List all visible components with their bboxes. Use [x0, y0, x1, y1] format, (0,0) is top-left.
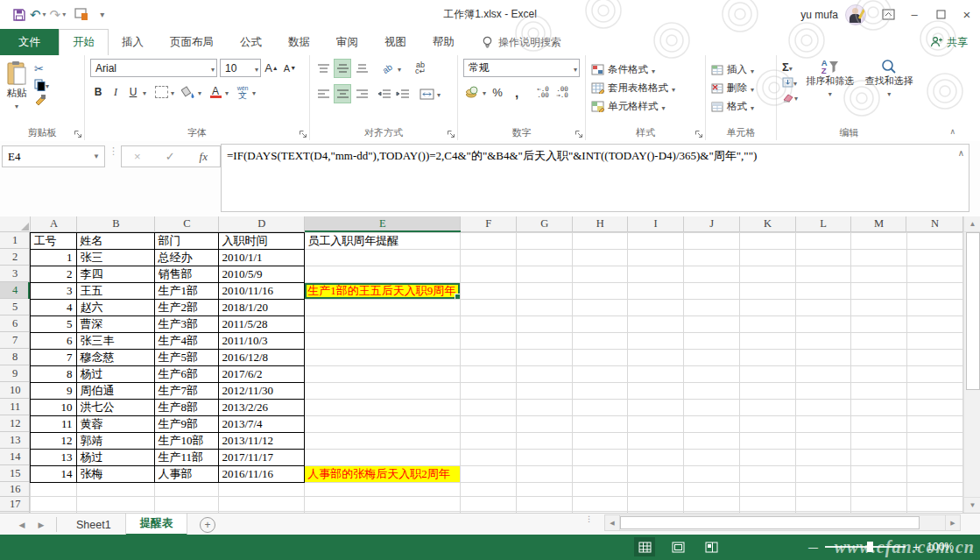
cell-D7[interactable]: 2011/10/3 — [219, 332, 305, 349]
cell-J9[interactable] — [684, 365, 740, 382]
fill-icon[interactable] — [782, 76, 798, 89]
cell-B14[interactable]: 杨过 — [77, 449, 155, 465]
cell-A16[interactable] — [31, 482, 77, 497]
cell-G15[interactable] — [517, 465, 573, 482]
cell-B11[interactable]: 洪七公 — [77, 399, 155, 415]
cell-A2[interactable]: 1 — [31, 249, 77, 266]
cell-E14[interactable] — [305, 449, 461, 465]
increase-indent-icon[interactable] — [395, 85, 411, 103]
align-center-icon[interactable] — [334, 84, 351, 103]
vertical-scroll-thumb[interactable] — [966, 232, 980, 390]
underline-button[interactable]: U — [125, 83, 141, 101]
orientation-dropdown[interactable] — [398, 62, 401, 74]
decrease-decimal-icon[interactable]: .00→.0 — [554, 83, 570, 101]
cell-L2[interactable] — [796, 249, 851, 266]
cell-J5[interactable] — [684, 299, 740, 315]
cell-F4[interactable] — [461, 282, 517, 299]
cell-H17[interactable] — [573, 497, 628, 512]
cell-D5[interactable]: 2018/1/20 — [219, 299, 305, 315]
cell-E8[interactable] — [305, 349, 461, 365]
cell-G6[interactable] — [517, 315, 573, 332]
cell-F16[interactable] — [461, 482, 517, 497]
scroll-up-icon[interactable]: ▲ — [964, 216, 980, 232]
cell-D4[interactable]: 2010/11/16 — [219, 282, 305, 299]
cell-K4[interactable] — [740, 282, 796, 299]
cell-E16[interactable] — [305, 482, 461, 497]
maximize-button[interactable] — [927, 0, 954, 29]
cell-L1[interactable] — [796, 232, 851, 249]
row-header-17[interactable]: 17 — [0, 497, 31, 512]
cell-L6[interactable] — [796, 315, 851, 332]
tab-scrollbar-splitter[interactable]: ⋮ — [585, 517, 593, 521]
cell-K17[interactable] — [740, 497, 796, 512]
cell-C16[interactable] — [155, 482, 219, 497]
cell-C13[interactable]: 生产10部 — [155, 432, 219, 449]
column-header-A[interactable]: A — [31, 216, 77, 232]
cell-J3[interactable] — [684, 266, 740, 282]
cell-A11[interactable]: 10 — [31, 399, 77, 415]
cell-styles-button[interactable]: 单元格样式 — [591, 97, 700, 116]
number-dialog-launcher-icon[interactable] — [575, 130, 583, 138]
cell-M12[interactable] — [851, 415, 907, 432]
cell-D16[interactable] — [219, 482, 305, 497]
cell-B10[interactable]: 周伯通 — [77, 382, 155, 399]
cell-F13[interactable] — [461, 432, 517, 449]
cell-I10[interactable] — [628, 382, 684, 399]
format-as-table-button[interactable]: 套用表格格式 — [591, 79, 700, 97]
row-header-11[interactable]: 11 — [0, 399, 31, 415]
copy-icon[interactable] — [34, 79, 49, 91]
cell-G10[interactable] — [517, 382, 573, 399]
cell-H7[interactable] — [573, 332, 628, 349]
cell-H16[interactable] — [573, 482, 628, 497]
cell-A12[interactable]: 11 — [31, 415, 77, 432]
cell-C12[interactable]: 生产9部 — [155, 415, 219, 432]
user-name[interactable]: yu mufa — [800, 9, 838, 21]
cell-M15[interactable] — [851, 465, 907, 482]
column-header-M[interactable]: M — [851, 216, 907, 232]
cell-G16[interactable] — [517, 482, 573, 497]
cell-I16[interactable] — [628, 482, 684, 497]
cell-N4[interactable] — [906, 282, 962, 299]
cell-G5[interactable] — [517, 299, 573, 315]
cell-L10[interactable] — [796, 382, 851, 399]
cell-H8[interactable] — [573, 349, 628, 365]
horizontal-scroll-thumb[interactable] — [620, 516, 920, 529]
cell-I14[interactable] — [628, 449, 684, 465]
cell-A15[interactable]: 14 — [31, 465, 77, 482]
cell-B3[interactable]: 李四 — [77, 266, 155, 282]
cell-A17[interactable] — [31, 497, 77, 512]
sheet-nav-right-icon[interactable]: ▶ — [32, 514, 51, 535]
cell-L12[interactable] — [796, 415, 851, 432]
cell-G7[interactable] — [517, 332, 573, 349]
cell-M10[interactable] — [851, 382, 907, 399]
row-header-16[interactable]: 16 — [0, 482, 31, 497]
cell-D11[interactable]: 2013/2/26 — [219, 399, 305, 415]
cell-F8[interactable] — [461, 349, 517, 365]
cell-G2[interactable] — [517, 249, 573, 266]
column-header-F[interactable]: F — [461, 216, 517, 232]
borders-icon[interactable] — [153, 83, 169, 101]
cell-K3[interactable] — [740, 266, 796, 282]
cell-E9[interactable] — [305, 365, 461, 382]
cell-N1[interactable] — [906, 232, 962, 249]
cell-F11[interactable] — [461, 399, 517, 415]
cell-J10[interactable] — [684, 382, 740, 399]
tab-insert[interactable]: 插入 — [109, 29, 157, 55]
cell-F2[interactable] — [461, 249, 517, 266]
accounting-format-icon[interactable] — [463, 83, 479, 101]
row-header-4[interactable]: 4 — [0, 282, 31, 299]
paste-button[interactable]: 粘贴 — [5, 59, 28, 110]
cell-M8[interactable] — [851, 349, 907, 365]
font-color-dropdown[interactable] — [225, 86, 229, 98]
cell-N6[interactable] — [906, 315, 962, 332]
merge-dropdown[interactable] — [437, 88, 441, 100]
italic-button[interactable]: I — [108, 83, 123, 101]
accounting-dropdown[interactable] — [483, 86, 486, 98]
column-header-D[interactable]: D — [219, 216, 305, 232]
cell-B8[interactable]: 穆念慈 — [77, 349, 155, 365]
cell-B13[interactable]: 郭靖 — [77, 432, 155, 449]
cell-F15[interactable] — [461, 465, 517, 482]
cell-E6[interactable] — [305, 315, 461, 332]
cell-J4[interactable] — [684, 282, 740, 299]
cell-K8[interactable] — [740, 349, 796, 365]
